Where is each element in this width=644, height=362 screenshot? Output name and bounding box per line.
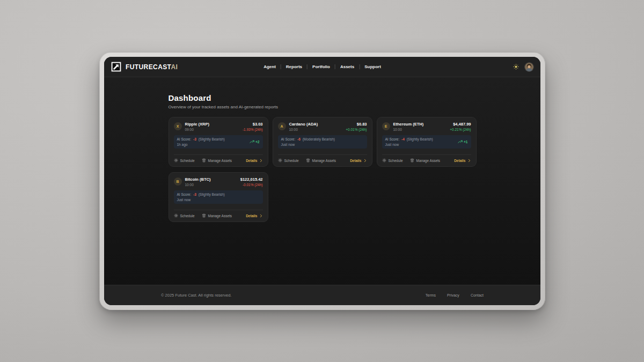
schedule-button[interactable]: Schedule bbox=[174, 158, 195, 162]
ai-score-updated: 1h ago bbox=[177, 143, 225, 146]
details-button[interactable]: Details bbox=[454, 159, 471, 162]
copyright-text: © 2025 Future Cast. All rights reserved. bbox=[161, 293, 231, 298]
ai-score-panel: AI Score: -6 (Moderately Bearish) Just n… bbox=[278, 135, 367, 149]
card-actions: Schedule Manage Assets Details bbox=[174, 210, 263, 218]
chevron-right-icon bbox=[363, 159, 367, 162]
asset-change: +0.21% (24h) bbox=[450, 128, 471, 131]
chevron-right-icon bbox=[259, 214, 263, 218]
nav-item-support[interactable]: Support bbox=[360, 64, 386, 69]
asset-change: +0.01% (24h) bbox=[346, 128, 367, 131]
footer-links: Terms Privacy Contact bbox=[426, 293, 484, 297]
footer-link-privacy[interactable]: Privacy bbox=[447, 293, 459, 297]
gear-icon bbox=[174, 158, 178, 162]
ai-score-value: -4 bbox=[401, 137, 405, 141]
sun-icon[interactable] bbox=[513, 64, 519, 70]
schedule-button[interactable]: Schedule bbox=[278, 158, 299, 162]
asset-report-time: 10:00 bbox=[185, 183, 211, 187]
app-footer: © 2025 Future Cast. All rights reserved.… bbox=[104, 285, 540, 305]
asset-name: Bitcoin (BTC) bbox=[185, 177, 211, 182]
ai-score-value: -6 bbox=[297, 137, 301, 141]
gear-icon bbox=[278, 158, 282, 162]
ai-score-panel: AI Score: -4 (Slightly Bearish) Just now… bbox=[382, 135, 471, 149]
schedule-button[interactable]: Schedule bbox=[174, 213, 195, 218]
ai-score-panel: AI Score: -3 (Slightly Bearish) Just now bbox=[174, 190, 263, 204]
ai-score-label: AI Score: bbox=[177, 193, 192, 196]
asset-initial-badge: X bbox=[174, 122, 182, 130]
trash-icon bbox=[306, 158, 310, 162]
ai-score-sentiment: (Slightly Bearish) bbox=[199, 137, 225, 141]
device-frame: FUTURECASTAI Agent Reports Portfolio Ass… bbox=[99, 52, 545, 310]
header-actions bbox=[513, 63, 533, 71]
ai-score-sentiment: (Moderately Bearish) bbox=[303, 137, 335, 141]
asset-change: -0.01% (24h) bbox=[240, 183, 263, 187]
asset-name: Cardano (ADA) bbox=[289, 122, 318, 127]
brand-suffix: AI bbox=[171, 63, 178, 71]
asset-price: $122,015.42 bbox=[240, 177, 263, 182]
asset-report-time: 10:00 bbox=[289, 128, 318, 131]
trash-icon bbox=[410, 158, 414, 162]
page-title: Dashboard bbox=[169, 93, 477, 102]
asset-initial-badge: B bbox=[174, 178, 182, 186]
user-avatar[interactable] bbox=[525, 63, 533, 71]
trash-icon bbox=[202, 158, 206, 162]
asset-initial-badge: E bbox=[382, 122, 390, 130]
asset-card-btc: B Bitcoin (BTC) 10:00 $122,015.42 -0.01%… bbox=[169, 172, 268, 222]
trend-value: +1 bbox=[464, 140, 467, 144]
nav-item-portfolio[interactable]: Portfolio bbox=[308, 64, 335, 69]
manage-assets-button[interactable]: Manage Assets bbox=[202, 213, 232, 218]
manage-assets-button[interactable]: Manage Assets bbox=[410, 158, 440, 162]
details-button[interactable]: Details bbox=[246, 159, 262, 162]
asset-name: Ripple (XRP) bbox=[185, 122, 209, 127]
chevron-right-icon bbox=[259, 159, 263, 162]
ai-score-updated: Just now bbox=[385, 143, 433, 146]
asset-report-time: 09:00 bbox=[185, 128, 209, 131]
trend-badge: +2 bbox=[250, 139, 259, 144]
card-actions: Schedule Manage Assets Details bbox=[382, 154, 471, 162]
card-actions: Schedule Manage Assets Details bbox=[174, 154, 263, 162]
details-button[interactable]: Details bbox=[350, 159, 367, 162]
schedule-button[interactable]: Schedule bbox=[382, 158, 403, 162]
asset-price: $3.03 bbox=[243, 122, 263, 127]
brand-wordmark: FUTURECASTAI bbox=[126, 63, 178, 71]
manage-assets-button[interactable]: Manage Assets bbox=[306, 158, 336, 162]
ai-score-label: AI Score: bbox=[177, 137, 192, 141]
trash-icon bbox=[202, 213, 206, 218]
asset-card-grid: X Ripple (XRP) 09:00 $3.03 -1.93% (24h) bbox=[169, 117, 477, 222]
chevron-right-icon bbox=[467, 159, 471, 162]
ai-score-label: AI Score: bbox=[281, 137, 296, 141]
manage-assets-button[interactable]: Manage Assets bbox=[202, 158, 232, 162]
asset-card-eth: E Ethereum (ETH) 10:00 $4,487.99 +0.21% … bbox=[377, 117, 477, 167]
gear-icon bbox=[382, 158, 386, 162]
card-actions: Schedule Manage Assets Details bbox=[278, 154, 367, 162]
footer-link-terms[interactable]: Terms bbox=[426, 293, 436, 297]
trending-up-icon bbox=[458, 139, 463, 144]
trending-up-icon bbox=[250, 139, 254, 144]
ai-score-label: AI Score: bbox=[385, 137, 400, 141]
asset-price: $4,487.99 bbox=[450, 122, 471, 127]
details-button[interactable]: Details bbox=[246, 214, 262, 218]
app-header: FUTURECASTAI Agent Reports Portfolio Ass… bbox=[104, 57, 540, 77]
ai-score-updated: Just now bbox=[281, 143, 335, 146]
page-subtitle: Overview of your tracked assets and AI-g… bbox=[169, 105, 477, 109]
ai-score-panel: AI Score: -3 (Slightly Bearish) 1h ago +… bbox=[174, 135, 263, 149]
footer-link-contact[interactable]: Contact bbox=[471, 293, 484, 297]
brand-logo-icon bbox=[111, 62, 121, 72]
asset-name: Ethereum (ETH) bbox=[393, 122, 424, 127]
ai-score-sentiment: (Slightly Bearish) bbox=[407, 137, 433, 141]
asset-card-ada: A Cardano (ADA) 10:00 $0.83 +0.01% (24h) bbox=[273, 117, 372, 167]
gear-icon bbox=[174, 213, 178, 218]
main-area: Dashboard Overview of your tracked asset… bbox=[104, 77, 540, 285]
main-nav: Agent Reports Portfolio Assets Support bbox=[259, 64, 386, 69]
ai-score-updated: Just now bbox=[177, 198, 225, 202]
asset-report-time: 10:00 bbox=[393, 128, 424, 131]
ai-score-value: -3 bbox=[193, 137, 196, 141]
nav-item-reports[interactable]: Reports bbox=[281, 64, 307, 69]
asset-card-xrp: X Ripple (XRP) 09:00 $3.03 -1.93% (24h) bbox=[169, 117, 268, 167]
nav-item-agent[interactable]: Agent bbox=[259, 64, 281, 69]
ai-score-value: -3 bbox=[193, 193, 196, 196]
app-window: FUTURECASTAI Agent Reports Portfolio Ass… bbox=[104, 57, 540, 305]
nav-item-assets[interactable]: Assets bbox=[335, 64, 359, 69]
asset-change: -1.93% (24h) bbox=[243, 128, 263, 131]
trend-value: +2 bbox=[255, 140, 259, 144]
trend-badge: +1 bbox=[458, 139, 467, 144]
